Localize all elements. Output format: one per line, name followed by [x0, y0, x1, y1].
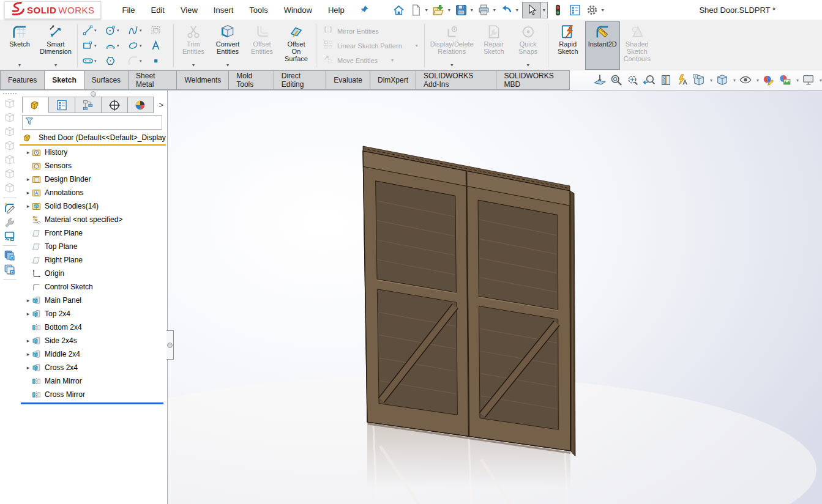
tree-item-cross-2x4[interactable]: ▸Cross 2x4 — [20, 361, 167, 374]
body-cube-icon[interactable] — [3, 181, 17, 195]
save-dropdown[interactable]: ▾ — [470, 7, 475, 13]
print-button[interactable] — [476, 2, 492, 18]
dynamic-annotation-views-button[interactable] — [676, 73, 689, 87]
tree-item-control-sketch[interactable]: Control Sketch — [20, 280, 167, 294]
tree-item-history[interactable]: ▸History — [20, 146, 167, 159]
body-cube-icon[interactable] — [3, 167, 17, 181]
ribbon-offset-entities-button[interactable]: Offset Entities — [245, 21, 279, 70]
view-orientation-button[interactable] — [692, 73, 706, 87]
tree-item-annotations[interactable]: ▸Annotations — [20, 186, 167, 199]
tool-corner-rectangle-button[interactable]: ▾ — [80, 38, 103, 53]
menu-edit[interactable]: Edit — [143, 2, 172, 18]
apply-scene-dropdown[interactable]: ▾ — [796, 78, 799, 83]
ribbon-dropdown[interactable]: ▾ — [391, 57, 394, 63]
menu-insert[interactable]: Insert — [206, 2, 242, 18]
tool-point-button[interactable] — [148, 53, 171, 69]
tree-item-sensors[interactable]: Sensors — [20, 159, 167, 172]
expand-arrow-icon[interactable]: ▸ — [24, 311, 32, 317]
tree-item-design-binder[interactable]: ▸Design Binder — [20, 172, 167, 186]
ribbon-convert-entities-button[interactable]: Convert Entities▾ — [211, 21, 245, 70]
appearances-icon[interactable] — [3, 248, 17, 262]
tool-sketch-fillet-button[interactable]: ▾ — [125, 53, 148, 69]
apply-scene-button[interactable] — [779, 73, 792, 87]
body-cube-icon[interactable] — [3, 153, 17, 167]
ribbon-dropdown[interactable]: ▾ — [527, 62, 529, 69]
tool-text-button[interactable] — [148, 38, 171, 53]
menu-window[interactable]: Window — [276, 2, 320, 18]
zoom-to-area-button[interactable] — [610, 73, 623, 87]
toolbar-drag-handle[interactable] — [3, 93, 17, 94]
tab-surfaces[interactable]: Surfaces — [84, 70, 129, 90]
panel-tab-feature-manager[interactable] — [22, 97, 49, 113]
tree-filter-box[interactable] — [22, 115, 162, 130]
tab-evaluate[interactable]: Evaluate — [326, 70, 370, 90]
ribbon-repair-sketch-button[interactable]: Repair Sketch — [477, 21, 511, 70]
expand-arrow-icon[interactable]: ▸ — [24, 203, 32, 209]
graphics-viewport[interactable] — [168, 91, 822, 504]
ribbon-sketch-button[interactable]: Sketch▾ — [2, 21, 37, 70]
tool-straight-slot-button[interactable]: ▾ — [80, 53, 103, 69]
ribbon-dropdown[interactable]: ▾ — [54, 62, 57, 69]
tab-solidworks-add-ins[interactable]: SOLIDWORKS Add-Ins — [416, 70, 496, 90]
tab-sheet-metal[interactable]: Sheet Metal — [129, 70, 177, 90]
expand-arrow-icon[interactable]: ▸ — [24, 149, 32, 155]
open-dropdown[interactable]: ▾ — [447, 7, 452, 13]
ribbon-quick-snaps-button[interactable]: Quick Snaps▾ — [511, 21, 545, 70]
tool-spline-button[interactable]: ▾ — [125, 23, 148, 38]
tree-item-right-plane[interactable]: Right Plane — [20, 253, 167, 267]
home-button[interactable] — [390, 2, 407, 18]
panel-tab-configuration-manager[interactable] — [75, 97, 102, 113]
ribbon-offset-on-surface-button[interactable]: Offset On Surface — [279, 21, 313, 70]
shed-door-model[interactable] — [168, 91, 822, 504]
zoom-in-out-button[interactable] — [626, 73, 640, 87]
tree-root-item[interactable]: Shed Door (Default<<Default>_Display S — [20, 131, 167, 144]
rollback-bar[interactable] — [21, 402, 163, 404]
tab-direct-editing[interactable]: Direct Editing — [274, 70, 327, 90]
new-document-button[interactable] — [408, 2, 424, 18]
options-dropdown[interactable]: ▾ — [601, 7, 606, 13]
ribbon-instant2d-button[interactable]: Instant2D — [585, 21, 620, 70]
tree-item-bottom-2x4[interactable]: Bottom 2x4 — [20, 321, 167, 334]
display-style-dropdown[interactable]: ▾ — [733, 78, 736, 83]
display-pane-icon[interactable] — [3, 262, 17, 276]
hide-show-items-button[interactable] — [739, 73, 752, 87]
new-document-dropdown[interactable]: ▾ — [425, 7, 430, 13]
hide-show-items-dropdown[interactable]: ▾ — [757, 78, 759, 83]
select-button[interactable] — [523, 2, 540, 18]
open-button[interactable] — [430, 2, 447, 18]
ribbon-dropdown[interactable]: ▾ — [450, 62, 453, 69]
tree-item-front-plane[interactable]: Front Plane — [20, 226, 167, 240]
view-settings-dropdown[interactable]: ▾ — [820, 78, 822, 83]
ribbon-dropdown[interactable]: ▾ — [18, 62, 21, 69]
tab-solidworks-mbd[interactable]: SOLIDWORKS MBD — [496, 70, 570, 90]
tree-item-main-panel[interactable]: ▸Main Panel — [20, 294, 167, 307]
tab-weldments[interactable]: Weldments — [177, 70, 229, 90]
menu-file[interactable]: File — [114, 2, 143, 18]
previous-view-button[interactable] — [643, 73, 656, 87]
expand-arrow-icon[interactable]: ▸ — [24, 365, 32, 371]
tool-arc-button[interactable]: ▾ — [103, 38, 125, 53]
ribbon-smart-dimension-button[interactable]: Smart Dimension▾ — [37, 21, 75, 70]
ribbon-dropdown[interactable]: ▾ — [416, 43, 418, 48]
menu-view[interactable]: View — [173, 2, 206, 18]
tree-item-main-mirror[interactable]: Main Mirror — [20, 374, 167, 388]
tool-circle-button[interactable]: ▾ — [103, 23, 125, 38]
zoom-to-fit-button[interactable] — [593, 73, 607, 87]
ribbon-dropdown[interactable]: ▾ — [192, 62, 195, 69]
tree-item-solid-bodies-14[interactable]: ▸Solid Bodies(14) — [20, 199, 167, 213]
tool-sketch-picture-button[interactable] — [148, 23, 171, 38]
menu-tools[interactable]: Tools — [241, 2, 275, 18]
display-style-button[interactable] — [716, 73, 729, 87]
expand-arrow-icon[interactable]: ▸ — [24, 338, 32, 344]
body-cube-icon[interactable] — [3, 111, 17, 125]
tool-line-button[interactable]: ▾ — [80, 23, 103, 38]
body-cube-icon[interactable] — [3, 139, 17, 153]
tree-item-cross-mirror[interactable]: Cross Mirror — [20, 388, 167, 401]
expand-arrow-icon[interactable]: ▸ — [24, 351, 32, 357]
view-settings-button[interactable] — [802, 73, 815, 87]
ribbon-mirror-entities-button[interactable]: Mirror Entities — [320, 24, 420, 37]
panel-tab-display-manager[interactable] — [128, 97, 154, 113]
tree-item-material-not-specified[interactable]: Material <not specified> — [20, 213, 167, 226]
section-view-button[interactable] — [659, 73, 673, 87]
ribbon-shaded-sketch-contours-button[interactable]: Shaded Sketch Contours — [620, 21, 654, 70]
